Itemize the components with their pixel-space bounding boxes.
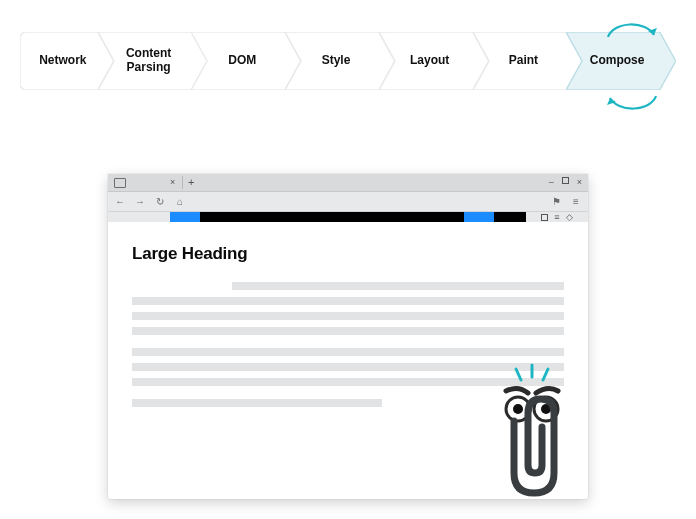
render-pipeline: Network ContentParsing DOM Style Layout … <box>20 18 676 106</box>
cycle-arrow-bottom-icon <box>604 92 660 116</box>
svg-line-9 <box>543 369 548 380</box>
gutter-rows-icon: ≡ <box>554 212 559 222</box>
progress-segment-blue-left <box>170 212 200 222</box>
window-minimize-icon[interactable]: – <box>549 177 554 187</box>
new-tab-button[interactable]: + <box>188 176 194 188</box>
pipeline-stage-label: Compose <box>590 54 653 68</box>
home-button[interactable]: ⌂ <box>174 196 186 208</box>
cycle-arrow-top-icon <box>604 17 660 41</box>
text-line <box>132 297 564 305</box>
text-line <box>232 282 564 290</box>
window-close-icon[interactable]: × <box>577 177 582 187</box>
svg-point-12 <box>513 404 523 414</box>
tab-close-icon[interactable]: × <box>170 177 175 187</box>
page-content: Large Heading <box>108 222 588 499</box>
gutter-drop-icon: ◇ <box>566 212 573 222</box>
menu-icon[interactable]: ≡ <box>570 196 582 208</box>
clippy-assistant-icon <box>472 361 592 501</box>
pipeline-stage-label: Layout <box>410 54 457 68</box>
forward-button[interactable]: → <box>134 196 146 208</box>
tab-favicon-icon <box>114 178 126 188</box>
text-line <box>132 399 382 407</box>
progress-segment-blue-right <box>464 212 494 222</box>
browser-window: × + – × ← → ↻ ⌂ ⚑ ≡ ≡ ◇ Large Heading <box>108 174 588 499</box>
svg-line-8 <box>516 369 521 380</box>
page-title: Large Heading <box>132 244 564 264</box>
bookmark-icon[interactable]: ⚑ <box>550 196 562 208</box>
window-titlebar: × + – × <box>108 174 588 192</box>
tab-separator <box>182 176 183 189</box>
pipeline-stage-label: ContentParsing <box>126 47 179 75</box>
progress-bar: ≡ ◇ <box>108 212 588 222</box>
progress-left-gutter <box>108 212 170 222</box>
pipeline-stage-label: Style <box>322 54 359 68</box>
text-line <box>132 327 564 335</box>
pipeline-stage-label: Paint <box>509 54 546 68</box>
text-line <box>132 348 564 356</box>
pipeline-stage-label: Network <box>39 54 94 68</box>
reload-button[interactable]: ↻ <box>154 196 166 208</box>
text-line <box>132 312 564 320</box>
browser-toolbar: ← → ↻ ⌂ ⚑ ≡ <box>108 192 588 212</box>
window-maximize-icon[interactable] <box>562 177 569 184</box>
back-button[interactable]: ← <box>114 196 126 208</box>
gutter-box-icon <box>541 214 548 221</box>
progress-right-gutter: ≡ ◇ <box>526 212 588 222</box>
pipeline-stage-label: DOM <box>228 54 264 68</box>
